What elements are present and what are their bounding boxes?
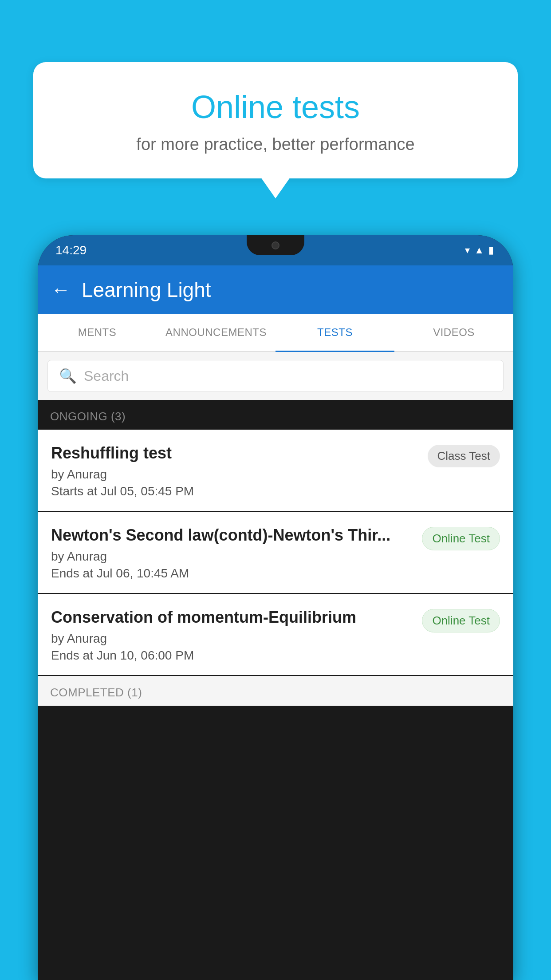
app-bar: ← Learning Light: [38, 265, 513, 314]
test-card-3[interactable]: Conservation of momentum-Equilibrium by …: [38, 594, 513, 675]
badge-online-test-2: Online Test: [422, 527, 500, 550]
bubble-title: Online tests: [55, 89, 496, 125]
speech-bubble: Online tests for more practice, better p…: [33, 62, 518, 178]
search-input[interactable]: 🔍 Search: [47, 360, 504, 392]
tabs-container: MENTS ANNOUNCEMENTS TESTS VIDEOS: [38, 314, 513, 352]
status-icons: ▾ ▲ ▮: [465, 245, 494, 256]
test-card-3-title: Conservation of momentum-Equilibrium: [51, 607, 413, 627]
battery-icon: ▮: [488, 245, 494, 256]
badge-online-test-3: Online Test: [422, 609, 500, 632]
phone-inner: 14:29 ▾ ▲ ▮ ← Learning Light MENTS ANNOU…: [38, 235, 513, 980]
search-icon: 🔍: [59, 368, 77, 384]
signal-icon: ▲: [474, 245, 484, 256]
test-card-2-info: Newton's Second law(contd)-Newton's Thir…: [51, 525, 422, 581]
phone-frame: 14:29 ▾ ▲ ▮ ← Learning Light MENTS ANNOU…: [38, 235, 513, 980]
tab-announcements[interactable]: ANNOUNCEMENTS: [157, 314, 276, 352]
test-card-1[interactable]: Reshuffling test by Anurag Starts at Jul…: [38, 430, 513, 511]
search-placeholder-text: Search: [84, 368, 129, 384]
badge-class-test-1: Class Test: [428, 445, 500, 467]
test-card-1-title: Reshuffling test: [51, 443, 419, 463]
test-card-2[interactable]: Newton's Second law(contd)-Newton's Thir…: [38, 512, 513, 593]
test-card-1-info: Reshuffling test by Anurag Starts at Jul…: [51, 443, 428, 498]
app-bar-title: Learning Light: [82, 278, 211, 302]
test-card-1-time: Starts at Jul 05, 05:45 PM: [51, 484, 419, 498]
back-button[interactable]: ←: [51, 279, 71, 301]
notch: [247, 235, 304, 255]
test-card-2-time: Ends at Jul 06, 10:45 AM: [51, 566, 413, 581]
wifi-icon: ▾: [465, 245, 470, 256]
tab-tests[interactable]: TESTS: [276, 314, 394, 352]
camera: [272, 241, 279, 249]
test-card-2-title: Newton's Second law(contd)-Newton's Thir…: [51, 525, 413, 545]
bubble-subtitle: for more practice, better performance: [55, 135, 496, 154]
status-bar: 14:29 ▾ ▲ ▮: [38, 235, 513, 265]
tab-videos[interactable]: VIDEOS: [394, 314, 513, 352]
status-time: 14:29: [55, 243, 87, 257]
ongoing-section-header: ONGOING (3): [38, 400, 513, 430]
search-area: 🔍 Search: [38, 352, 513, 400]
test-card-1-author: by Anurag: [51, 467, 419, 482]
test-card-3-author: by Anurag: [51, 632, 413, 646]
test-card-3-info: Conservation of momentum-Equilibrium by …: [51, 607, 422, 663]
speech-bubble-container: Online tests for more practice, better p…: [33, 62, 518, 178]
completed-section-header: COMPLETED (1): [38, 676, 513, 706]
test-card-3-time: Ends at Jun 10, 06:00 PM: [51, 648, 413, 663]
test-card-2-author: by Anurag: [51, 549, 413, 564]
tab-ments[interactable]: MENTS: [38, 314, 157, 352]
